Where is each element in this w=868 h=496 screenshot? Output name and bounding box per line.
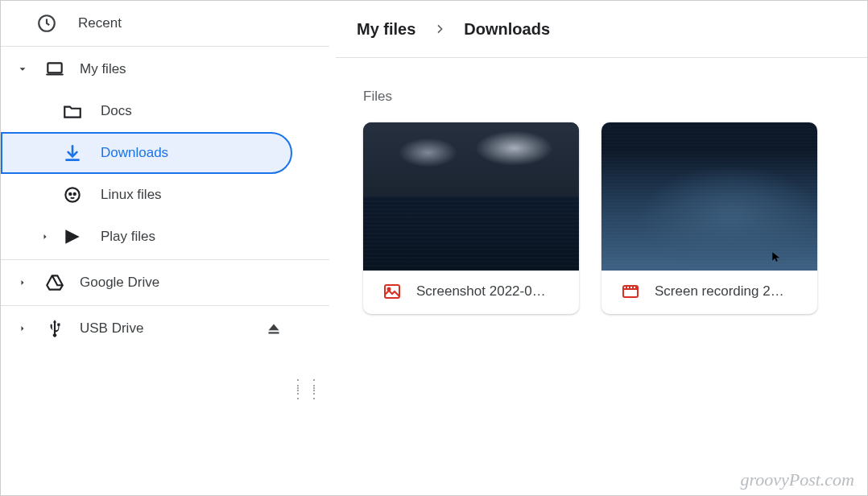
breadcrumb: My files Downloads [329,1,867,57]
sidebar-item-myfiles[interactable]: My files [1,48,329,90]
sidebar-label: Docs [101,103,315,119]
sidebar-item-usb[interactable]: USB Drive [1,308,329,349]
divider [1,305,329,306]
sidebar-label: Google Drive [80,275,315,291]
sidebar-item-docs[interactable]: Docs [1,90,329,132]
usb-icon [44,318,65,339]
file-footer: Screenshot 2022-0… [363,271,579,314]
gdrive-icon [44,272,65,293]
sidebar: Recent My files Docs Downloads [1,1,329,495]
sidebar-label: Recent [78,15,315,31]
svg-point-8 [388,288,391,291]
video-file-icon [621,282,640,301]
caret-right-icon[interactable] [15,324,30,333]
caret-right-icon[interactable] [15,278,30,287]
clock-icon [36,13,57,34]
watermark: groovyPost.com [740,469,854,490]
sidebar-label: Play files [101,229,315,245]
eject-icon[interactable] [263,318,284,339]
files-grid: Screenshot 2022-0… Screen recording 2… [329,108,867,314]
sidebar-item-playfiles[interactable]: Play files [1,216,329,258]
svg-point-5 [74,193,76,195]
caret-right-icon[interactable] [38,232,52,242]
svg-point-4 [69,193,71,195]
image-file-icon [382,282,402,301]
sidebar-item-recent[interactable]: Recent [1,2,329,44]
section-label-files: Files [329,58,867,108]
file-name: Screen recording 2… [655,283,784,300]
linux-icon [62,184,83,205]
divider [1,46,329,47]
sidebar-label: Downloads [101,145,276,161]
cursor-icon [771,250,782,264]
file-thumbnail [601,122,817,271]
svg-rect-6 [269,332,279,333]
svg-point-3 [65,188,79,201]
file-card-recording[interactable]: Screen recording 2… [601,122,817,314]
sidebar-label: My files [80,61,315,77]
play-icon [62,226,83,247]
sidebar-label: USB Drive [80,320,249,337]
sidebar-item-gdrive[interactable]: Google Drive [1,262,329,304]
sidebar-item-linux[interactable]: Linux files [1,174,329,216]
file-footer: Screen recording 2… [601,271,817,314]
file-thumbnail [363,122,579,271]
download-icon [62,143,83,163]
svg-rect-1 [48,63,61,72]
caret-down-icon[interactable] [15,64,30,75]
divider [1,259,329,260]
folder-icon [62,101,83,122]
chevron-right-icon [433,23,446,35]
breadcrumb-root[interactable]: My files [357,20,415,39]
drag-handle-icon[interactable]: ⋮⋮⋮⋮ [291,381,323,397]
file-card-screenshot[interactable]: Screenshot 2022-0… [363,122,579,314]
file-name: Screenshot 2022-0… [416,283,546,300]
sidebar-item-downloads[interactable]: Downloads [1,132,292,174]
breadcrumb-leaf[interactable]: Downloads [464,20,550,39]
main-panel: My files Downloads Files Screenshot 2022… [329,1,867,495]
svg-rect-2 [46,73,64,75]
laptop-icon [44,59,65,80]
sidebar-label: Linux files [101,187,315,203]
